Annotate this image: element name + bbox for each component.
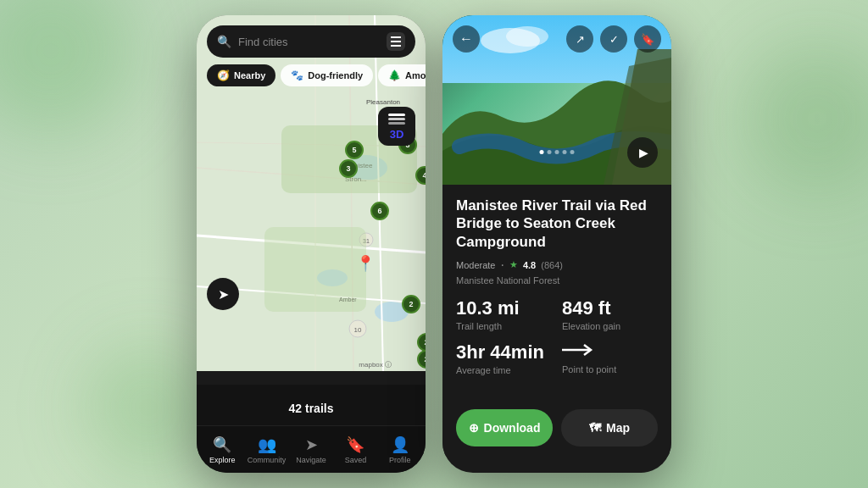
svg-text:10: 10 xyxy=(354,326,362,334)
back-icon: ← xyxy=(459,31,473,47)
bookmark-button[interactable]: 🔖 xyxy=(634,25,661,53)
time-value: 3hr 44min xyxy=(456,341,552,363)
navigate-icon: ➤ xyxy=(305,435,318,454)
trail-location: Manistee National Forest xyxy=(456,275,658,286)
trail-meta: Moderate · ★ 4.8 (864) xyxy=(456,258,658,273)
trail-hero: ← ↗ ✓ 🔖 xyxy=(442,15,671,185)
play-icon: ▶ xyxy=(639,146,648,159)
download-icon: ⊕ xyxy=(469,421,479,435)
search-placeholder: Find cities xyxy=(238,36,380,48)
trail-marker[interactable]: 3 xyxy=(339,159,358,178)
chip-among-trees[interactable]: 🌲 Among tre... xyxy=(378,64,426,86)
trail-actions: ⊕ Download 🗺 Map xyxy=(442,399,671,457)
stat-time: 3hr 44min Average time xyxy=(456,341,552,375)
chip-dog-friendly[interactable]: 🐾 Dog-friendly xyxy=(281,64,373,86)
trail-info: Manistee River Trail via Red Bridge to S… xyxy=(442,185,671,399)
nav-saved[interactable]: 🔖 Saved xyxy=(333,435,377,464)
search-icon: 🔍 xyxy=(217,35,231,48)
nav-community[interactable]: 👥 Community xyxy=(244,435,288,464)
elevation-value: 849 ft xyxy=(562,297,658,319)
verify-icon: ✓ xyxy=(609,33,619,46)
route-label: Point to point xyxy=(562,364,658,374)
svg-rect-20 xyxy=(264,227,366,312)
map-icon: 🗺 xyxy=(589,421,601,435)
stat-elevation: 849 ft Elevation gain xyxy=(562,297,658,331)
length-label: Trail length xyxy=(456,321,552,331)
explore-icon: 🔍 xyxy=(213,435,231,454)
community-icon: 👥 xyxy=(258,435,276,454)
nav-navigate[interactable]: ➤ Navigate xyxy=(289,435,333,464)
chip-nearby[interactable]: 🧭 Nearby xyxy=(207,64,275,86)
download-label: Download xyxy=(484,421,541,435)
share-button[interactable]: ↗ xyxy=(566,25,593,53)
trail-marker[interactable]: 5 xyxy=(345,141,364,159)
left-phone: 10 31 Pleasanton Manistee Stron... Amber… xyxy=(197,15,426,473)
svg-point-22 xyxy=(506,26,548,47)
tree-icon: 🌲 xyxy=(388,69,401,81)
elevation-label: Elevation gain xyxy=(562,321,658,331)
layers-icon xyxy=(388,114,405,125)
stat-length: 10.3 mi Trail length xyxy=(456,297,552,331)
rating-value: 4.8 xyxy=(523,260,536,270)
map-3d-button[interactable]: 3D xyxy=(378,107,415,146)
filter-chips: 🧭 Nearby 🐾 Dog-friendly 🌲 Among tre... xyxy=(207,64,415,86)
trail-marker[interactable]: 6 xyxy=(370,202,389,220)
trail-title: Manistee River Trail via Red Bridge to S… xyxy=(456,197,658,251)
search-bar[interactable]: 🔍 Find cities xyxy=(207,25,415,58)
share-icon: ↗ xyxy=(576,33,585,46)
play-button[interactable]: ▶ xyxy=(627,137,658,168)
trail-stats: 10.3 mi Trail length 849 ft Elevation ga… xyxy=(456,297,658,375)
svg-text:Pleasanton: Pleasanton xyxy=(366,98,400,106)
route-type-arrow xyxy=(562,341,658,363)
dog-icon: 🐾 xyxy=(291,69,303,81)
saved-icon: 🔖 xyxy=(346,435,364,454)
dot-1 xyxy=(540,150,544,154)
time-label: Average time xyxy=(456,365,552,375)
stat-route-type: Point to point xyxy=(562,341,658,375)
dot-3 xyxy=(555,150,559,154)
trail-marker[interactable]: 2 xyxy=(402,295,420,313)
hero-actions: ↗ ✓ 🔖 xyxy=(566,25,661,53)
nearby-icon: 🧭 xyxy=(217,69,230,81)
difficulty-badge: Moderate xyxy=(456,260,495,270)
3d-label: 3D xyxy=(390,128,404,141)
nav-profile[interactable]: 👤 Profile xyxy=(378,435,422,464)
map-label: Map xyxy=(606,421,630,435)
right-phone: ← ↗ ✓ 🔖 xyxy=(442,15,671,473)
dot-5 xyxy=(570,150,575,154)
image-dots xyxy=(540,150,575,154)
length-value: 10.3 mi xyxy=(456,297,552,319)
map-button[interactable]: 🗺 Map xyxy=(561,409,658,446)
verify-button[interactable]: ✓ xyxy=(600,25,627,53)
download-button[interactable]: ⊕ Download xyxy=(456,409,553,446)
trails-count: 42 trails xyxy=(289,402,334,415)
profile-icon: 👤 xyxy=(391,435,409,454)
bookmark-icon: 🔖 xyxy=(641,33,654,46)
trail-pin[interactable]: 📍 xyxy=(356,254,375,273)
mapbox-credit: mapbox ⓘ xyxy=(359,360,392,369)
location-arrow-icon: ➤ xyxy=(218,286,229,302)
bottom-nav: 🔍 Explore 👥 Community ➤ Navigate 🔖 Saved… xyxy=(197,425,426,473)
menu-button[interactable] xyxy=(387,32,405,51)
dot-2 xyxy=(548,150,552,154)
rating-count: (864) xyxy=(541,260,563,270)
nav-explore[interactable]: 🔍 Explore xyxy=(200,435,244,464)
location-button[interactable]: ➤ xyxy=(207,278,239,310)
dot-4 xyxy=(563,150,567,154)
map-view: 10 31 Pleasanton Manistee Stron... Amber… xyxy=(197,15,426,371)
rating-star-icon: ★ xyxy=(509,259,518,270)
back-button[interactable]: ← xyxy=(453,25,480,53)
